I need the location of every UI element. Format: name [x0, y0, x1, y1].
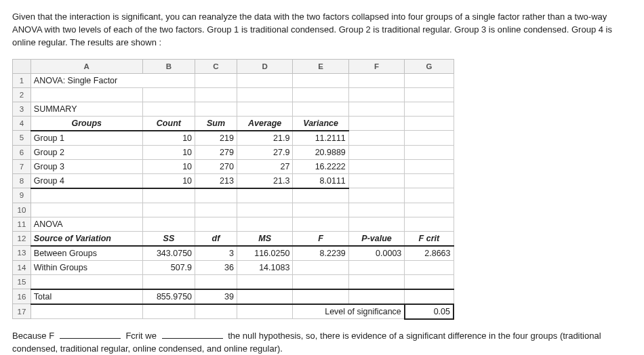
row-11[interactable]: 11 — [13, 217, 31, 231]
col-F[interactable]: F — [348, 59, 404, 73]
cell-E7[interactable]: 16.2222 — [293, 159, 348, 173]
row-15[interactable]: 15 — [13, 274, 31, 289]
cell-B4[interactable]: Count — [142, 116, 195, 131]
row-2[interactable]: 2 — [13, 87, 31, 102]
spreadsheet: A B C D E F G 1 ANOVA: Single Factor 2 3… — [12, 59, 454, 320]
col-C[interactable]: C — [195, 59, 237, 73]
cell-A3[interactable]: SUMMARY — [31, 102, 142, 116]
col-B[interactable]: B — [142, 59, 195, 73]
cell-C6[interactable]: 279 — [195, 145, 237, 159]
cell-A13[interactable]: Between Groups — [31, 246, 142, 261]
cell-E13[interactable]: 8.2239 — [293, 246, 348, 261]
cell-E8[interactable]: 8.0111 — [293, 173, 348, 188]
row-6[interactable]: 6 — [13, 145, 31, 159]
row-13[interactable]: 13 — [13, 246, 31, 261]
blank-1[interactable] — [60, 330, 121, 339]
cell-A16[interactable]: Total — [31, 289, 142, 304]
row-3[interactable]: 3 — [13, 102, 31, 116]
q-part-2: Fcrit we — [125, 331, 157, 341]
cell-D4[interactable]: Average — [237, 116, 292, 131]
cell-A8[interactable]: Group 4 — [31, 173, 142, 188]
cell-A7[interactable]: Group 3 — [31, 159, 142, 173]
cell-F12[interactable]: P-value — [348, 231, 404, 246]
cell-A4[interactable]: Groups — [31, 116, 142, 131]
cell-B13[interactable]: 343.0750 — [142, 246, 195, 261]
cell-B16[interactable]: 855.9750 — [142, 289, 195, 304]
row-1[interactable]: 1 — [13, 73, 31, 87]
cell-A11[interactable]: ANOVA — [31, 217, 142, 231]
row-16[interactable]: 16 — [13, 289, 31, 304]
col-header-row: A B C D E F G — [13, 59, 454, 73]
q-part-1: Because F — [12, 331, 54, 341]
cell-B6[interactable]: 10 — [142, 145, 195, 159]
row-7[interactable]: 7 — [13, 159, 31, 173]
cell-C7[interactable]: 270 — [195, 159, 237, 173]
cell-B5[interactable]: 10 — [142, 131, 195, 146]
cell-B12[interactable]: SS — [142, 231, 195, 246]
cell-G13[interactable]: 2.8663 — [405, 246, 454, 261]
cell-B7[interactable]: 10 — [142, 159, 195, 173]
col-G[interactable]: G — [405, 59, 454, 73]
cell-C8[interactable]: 213 — [195, 173, 237, 188]
cell-C5[interactable]: 219 — [195, 131, 237, 146]
row-14[interactable]: 14 — [13, 260, 31, 274]
cell-D6[interactable]: 27.9 — [237, 145, 292, 159]
row-5[interactable]: 5 — [13, 131, 31, 146]
col-A[interactable]: A — [31, 59, 142, 73]
fill-in-question: Because F Fcrit we the null hypothesis, … — [12, 329, 632, 355]
cell-F13[interactable]: 0.0003 — [348, 246, 404, 261]
cell-A6[interactable]: Group 2 — [31, 145, 142, 159]
row-17[interactable]: 17 — [13, 304, 31, 319]
col-D[interactable]: D — [237, 59, 292, 73]
cell-A1[interactable]: ANOVA: Single Factor — [31, 73, 195, 87]
cell-D14[interactable]: 14.1083 — [237, 260, 292, 274]
intro-text: Given that the interaction is significan… — [12, 11, 632, 49]
cell-C12[interactable]: df — [195, 231, 237, 246]
cell-B14[interactable]: 507.9 — [142, 260, 195, 274]
cell-E6[interactable]: 20.9889 — [293, 145, 348, 159]
blank-2[interactable] — [162, 330, 223, 339]
row-9[interactable]: 9 — [13, 188, 31, 203]
cell-A14[interactable]: Within Groups — [31, 260, 142, 274]
cell-E12[interactable]: F — [293, 231, 348, 246]
cell-B8[interactable]: 10 — [142, 173, 195, 188]
cell-A12[interactable]: Source of Variation — [31, 231, 142, 246]
cell-A5[interactable]: Group 1 — [31, 131, 142, 146]
cell-E4[interactable]: Variance — [293, 116, 348, 131]
cell-D7[interactable]: 27 — [237, 159, 292, 173]
cell-G12[interactable]: F crit — [405, 231, 454, 246]
cell-C4[interactable]: Sum — [195, 116, 237, 131]
cell-C14[interactable]: 36 — [195, 260, 237, 274]
cell-D13[interactable]: 116.0250 — [237, 246, 292, 261]
cell-G17[interactable]: 0.05 — [405, 304, 454, 319]
cell-D8[interactable]: 21.3 — [237, 173, 292, 188]
cell-E17-label[interactable]: Level of significance — [293, 304, 405, 319]
row-4[interactable]: 4 — [13, 116, 31, 131]
row-8[interactable]: 8 — [13, 173, 31, 188]
corner-cell[interactable] — [13, 59, 31, 73]
cell-D12[interactable]: MS — [237, 231, 292, 246]
row-12[interactable]: 12 — [13, 231, 31, 246]
cell-C13[interactable]: 3 — [195, 246, 237, 261]
cell-E5[interactable]: 11.2111 — [293, 131, 348, 146]
row-10[interactable]: 10 — [13, 203, 31, 217]
cell-C16[interactable]: 39 — [195, 289, 237, 304]
cell-D5[interactable]: 21.9 — [237, 131, 292, 146]
col-E[interactable]: E — [293, 59, 348, 73]
